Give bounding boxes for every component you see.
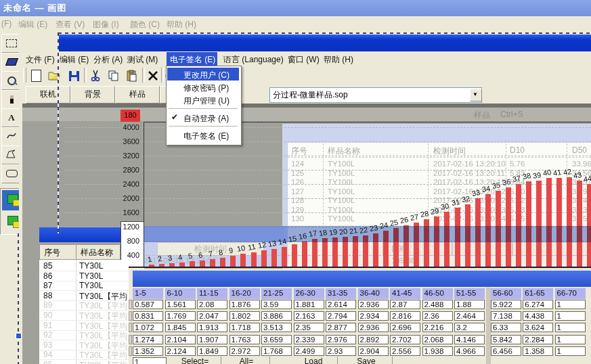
app-menu-item[interactable]: 文件 (F) — [26, 54, 55, 66]
bottom-table-cell[interactable]: 2.614 — [326, 300, 356, 309]
bottom-table-cell[interactable]: 1.561 — [165, 300, 196, 309]
paste-icon[interactable] — [125, 68, 139, 83]
paint-menu-item[interactable]: 查看 (V) — [56, 19, 85, 30]
bottom-table-cell[interactable]: 2.904 — [358, 346, 389, 356]
bottom-table-cell[interactable]: 2.816 — [390, 311, 420, 321]
bottom-table-cell[interactable]: 2.216 — [422, 323, 453, 332]
app-button-联机[interactable]: 联机 — [26, 86, 70, 104]
bottom-table-cell[interactable]: 1 — [555, 311, 586, 321]
bottom-table-cell[interactable]: 1.769 — [165, 311, 196, 321]
cut-icon[interactable] — [88, 68, 103, 83]
bottom-table-cell[interactable]: 3.886 — [261, 311, 292, 321]
bottom-table-cell[interactable]: 6.456 — [491, 346, 521, 356]
selection-handle[interactable] — [16, 333, 22, 339]
menu-item[interactable]: 电子签名 (E) — [183, 131, 229, 142]
bottom-table-cell[interactable]: 1.907 — [197, 335, 227, 344]
row-selector[interactable] — [129, 311, 132, 321]
bottom-table-cell[interactable]: 3.624 — [523, 323, 553, 332]
bottom-table-cell[interactable]: 2.936 — [358, 300, 389, 309]
bottom-table-cell[interactable]: 5.842 — [491, 335, 521, 344]
paint-menu-item[interactable]: 颜色 (C) — [130, 19, 160, 30]
bottom-table-cell[interactable]: 2.877 — [326, 323, 356, 332]
bottom-table-cell[interactable]: 2.794 — [326, 311, 356, 321]
control-button-Save[interactable]: Save — [341, 357, 393, 364]
bottom-table-cell[interactable]: 2.339 — [294, 335, 324, 344]
menu-item[interactable]: 自动登录 (A) — [183, 113, 229, 124]
bottom-table-cell[interactable]: 2.488 — [422, 300, 453, 309]
row-selector[interactable] — [129, 300, 132, 309]
delete-icon[interactable] — [146, 68, 160, 83]
control-button-All=[interactable]: All= — [223, 357, 270, 364]
app-menu-item[interactable]: 窗口 (W) — [288, 54, 320, 66]
bottom-table-cell[interactable]: 1.88 — [454, 300, 485, 309]
control-button-Select=[interactable]: Select= — [169, 357, 221, 364]
app-menu-item[interactable]: 分析 (A) — [93, 54, 123, 66]
bottom-table-cell[interactable]: 1 — [555, 335, 586, 344]
bottom-table-cell[interactable]: 3.513 — [261, 323, 292, 332]
bottom-table-cell[interactable]: 1.876 — [229, 300, 260, 309]
bottom-table-cell[interactable]: 2.08 — [197, 300, 227, 309]
paint-menu-item[interactable]: 编辑 (E) — [18, 19, 47, 30]
bottom-table-cell[interactable]: 1.358 — [523, 346, 553, 356]
new-icon[interactable] — [28, 68, 43, 83]
bottom-table-cell[interactable]: 3.659 — [261, 335, 292, 344]
bottom-table-cell[interactable]: 2.499 — [294, 346, 324, 356]
app-menu-item[interactable]: 语言 (Language) — [223, 54, 284, 66]
bottom-table-cell[interactable]: 1.763 — [229, 335, 260, 344]
bottom-table-cell[interactable]: 1 — [555, 300, 586, 309]
bottom-table-cell[interactable]: 2.163 — [294, 311, 324, 321]
bottom-table-cell[interactable]: 3.2 — [454, 323, 485, 332]
bottom-table-cell[interactable]: 1.913 — [197, 323, 227, 332]
bottom-table-cell[interactable]: 1.849 — [197, 346, 227, 356]
row-selector[interactable] — [129, 335, 132, 344]
menu-item[interactable]: 用户管理 (U) — [183, 95, 229, 107]
bottom-table-cell[interactable]: 1.072 — [133, 323, 163, 332]
row-selector[interactable] — [129, 323, 132, 332]
bottom-table-cell[interactable]: 1 — [555, 346, 586, 356]
app-button-背景[interactable]: 背景 — [70, 86, 115, 104]
bottom-table-cell[interactable]: 4.966 — [454, 346, 485, 356]
bottom-table-cell[interactable]: 2.35 — [294, 323, 324, 332]
paint-menu-item[interactable]: (F) — [1, 19, 12, 28]
row-selector[interactable] — [129, 346, 132, 356]
menu-item[interactable]: 更改用户 (C) — [183, 70, 229, 81]
bottom-table-cell[interactable]: 2.284 — [523, 335, 553, 344]
bottom-table-cell[interactable]: 3.59 — [261, 300, 292, 309]
bottom-table-cell[interactable]: 1.718 — [229, 323, 260, 332]
bottom-table-cell[interactable]: 2.934 — [358, 311, 389, 321]
bottom-table-cell[interactable]: 4.146 — [454, 335, 485, 344]
open-icon[interactable] — [47, 68, 62, 83]
bottom-table-cell[interactable]: 2.464 — [454, 311, 485, 321]
app-button-样品[interactable]: 样品 — [115, 86, 160, 104]
bottom-table-cell[interactable]: 1.881 — [294, 300, 324, 309]
bottom-table-cell[interactable]: 2.87 — [390, 300, 420, 309]
combo-dropdown-button[interactable]: ▼ — [470, 89, 482, 101]
bottom-table-cell[interactable]: 0.831 — [133, 311, 163, 321]
bottom-table-cell[interactable]: 2.36 — [422, 311, 453, 321]
bottom-table-cell[interactable]: 2.93 — [326, 346, 356, 356]
copy-icon[interactable] — [106, 68, 121, 83]
bottom-table-cell[interactable]: 1.845 — [165, 323, 196, 332]
app-menu-item[interactable]: 测试 (M) — [127, 54, 158, 66]
bottom-table-cell[interactable]: 5.922 — [491, 300, 521, 309]
bottom-table-cell[interactable]: 1 — [555, 323, 586, 332]
bottom-table-cell[interactable]: 4.438 — [523, 311, 553, 321]
menu-item[interactable]: 修改密码 (P) — [183, 83, 229, 94]
bottom-table-cell[interactable]: 2.696 — [390, 323, 420, 332]
bottom-table-cell[interactable]: 2.047 — [197, 311, 227, 321]
app-menu-item[interactable]: 编辑 (E) — [60, 54, 89, 66]
bottom-table-cell[interactable]: 2.556 — [390, 346, 420, 356]
app-menu-item[interactable]: 电子签名 (E) — [170, 54, 215, 66]
paint-menu-item[interactable]: 帮助 (H) — [167, 19, 196, 30]
bottom-table-cell[interactable]: 2.068 — [422, 335, 453, 344]
bottom-table-cell[interactable]: 2.104 — [165, 335, 196, 344]
bottom-table-cell[interactable]: 1.768 — [261, 346, 292, 356]
bottom-table-cell[interactable]: 0.587 — [133, 300, 163, 309]
bottom-table-cell[interactable]: 1.352 — [133, 346, 163, 356]
paint-menu-item[interactable]: 图像 (I) — [93, 19, 119, 30]
bottom-table-cell[interactable]: 7.138 — [491, 311, 521, 321]
save-icon[interactable] — [66, 68, 81, 83]
bottom-table-cell[interactable]: 2.124 — [165, 346, 196, 356]
app-menu-item[interactable]: 帮助 (H) — [324, 54, 353, 66]
bottom-table-cell[interactable]: 2.702 — [390, 335, 420, 344]
